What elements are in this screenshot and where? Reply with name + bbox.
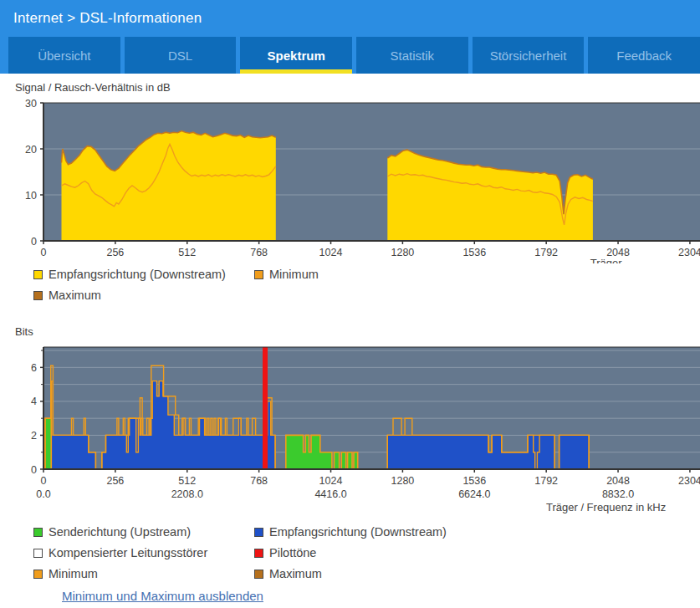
hide-min-max-link[interactable]: Minimum und Maximum ausblenden [62,589,263,603]
legend-item-minimum: Minimum [254,268,539,281]
svg-text:2048: 2048 [606,475,630,487]
svg-text:2304: 2304 [678,475,700,487]
bits-chart-plot: 02565127681024128015361792204823040.0220… [10,340,700,520]
svg-text:8832.0: 8832.0 [602,488,634,500]
svg-text:1024: 1024 [319,475,343,487]
svg-text:4: 4 [31,396,37,407]
legend-item-senderichtung-upstream-: Senderichtung (Upstream) [33,525,254,539]
legend-item-kompensierter-leitungsstörer: Kompensierter Leitungsstörer [33,546,254,559]
svg-text:256: 256 [106,475,124,487]
pilot-tone [263,347,268,469]
svg-text:2: 2 [31,430,37,442]
legend-swatch [33,270,43,279]
svg-text:1536: 1536 [462,475,486,487]
legend-item-pilottöne: Pilottöne [254,546,539,559]
svg-text:20: 20 [25,144,37,156]
snr-chart-plot: 0256512768102412801536179220482304Träger… [10,96,700,263]
legend-label: Kompensierter Leitungsstörer [49,546,207,559]
bits-chart-title: Bits [15,325,33,338]
svg-text:768: 768 [250,475,268,487]
legend-label: Empfangsrichtung (Downstream) [269,525,447,539]
svg-text:4416.0: 4416.0 [314,488,346,500]
svg-text:0: 0 [31,464,37,476]
svg-text:Träger: Träger [590,257,622,263]
legend-item-empfangsrichtung-downstream-: Empfangsrichtung (Downstream) [33,268,254,281]
legend-swatch [254,270,263,279]
legend-swatch [33,291,43,300]
tab-statistik[interactable]: Statistik [356,37,468,74]
upstream-band1 [45,418,51,469]
bits-plot-svg: 02565127681024128015361792204823040.0220… [10,340,700,520]
legend-item-maximum: Maximum [33,289,254,302]
tab-strsicherheit[interactable]: Störsicherheit [473,37,585,74]
bits-chart-legend: Senderichtung (Upstream)Empfangsrichtung… [33,525,539,580]
legend-label: Empfangsrichtung (Downstream) [49,268,226,281]
tab-bersicht[interactable]: Übersicht [8,37,120,74]
legend-swatch [254,570,263,579]
svg-text:256: 256 [106,247,124,258]
snr-plot-svg: 0256512768102412801536179220482304Träger… [10,96,700,263]
svg-text:1280: 1280 [391,475,414,487]
legend-label: Minimum [269,268,319,281]
breadcrumb: Internet > DSL-Informationen [0,10,202,27]
svg-text:1792: 1792 [534,475,558,487]
tab-bar: ÜbersichtDSLSpektrumStatistikStörsicherh… [0,37,700,74]
svg-text:1280: 1280 [391,247,414,258]
legend-label: Senderichtung (Upstream) [49,525,191,539]
legend-swatch [33,528,43,537]
tab-dsl[interactable]: DSL [125,37,237,74]
svg-text:1792: 1792 [534,247,558,258]
legend-swatch [33,570,43,579]
legend-swatch [254,549,263,558]
svg-text:0.0: 0.0 [36,488,50,500]
legend-swatch [33,549,43,558]
svg-text:30: 30 [25,98,37,110]
svg-text:0: 0 [41,475,47,487]
tab-feedback[interactable]: Feedback [588,37,700,74]
svg-text:1024: 1024 [319,247,343,258]
svg-text:10: 10 [25,190,37,202]
legend-item-empfangsrichtung-downstream-: Empfangsrichtung (Downstream) [254,525,539,539]
svg-text:512: 512 [178,475,196,487]
svg-text:2304: 2304 [678,247,700,258]
svg-text:Träger / Frequenz in kHz: Träger / Frequenz in kHz [546,501,666,513]
legend-label: Maximum [269,567,322,580]
legend-swatch [254,528,263,537]
svg-text:6: 6 [31,362,37,374]
legend-label: Maximum [49,289,101,302]
legend-label: Pilottöne [269,546,316,559]
legend-item-maximum: Maximum [254,567,539,580]
svg-text:6624.0: 6624.0 [458,488,490,500]
snr-chart-title: Signal / Rausch-Verhältnis in dB [15,81,171,94]
legend-label: Minimum [49,567,98,580]
svg-text:1536: 1536 [462,247,486,258]
svg-text:512: 512 [178,247,196,258]
svg-text:768: 768 [250,247,268,258]
svg-text:2208.0: 2208.0 [171,488,203,500]
svg-text:0: 0 [41,247,47,258]
tab-spektrum[interactable]: Spektrum [240,37,352,74]
breadcrumb-bar: Internet > DSL-Informationen [0,0,700,37]
svg-text:0: 0 [31,236,37,248]
legend-item-minimum: Minimum [33,567,254,580]
snr-chart-legend: Empfangsrichtung (Downstream)MinimumMaxi… [33,268,539,302]
